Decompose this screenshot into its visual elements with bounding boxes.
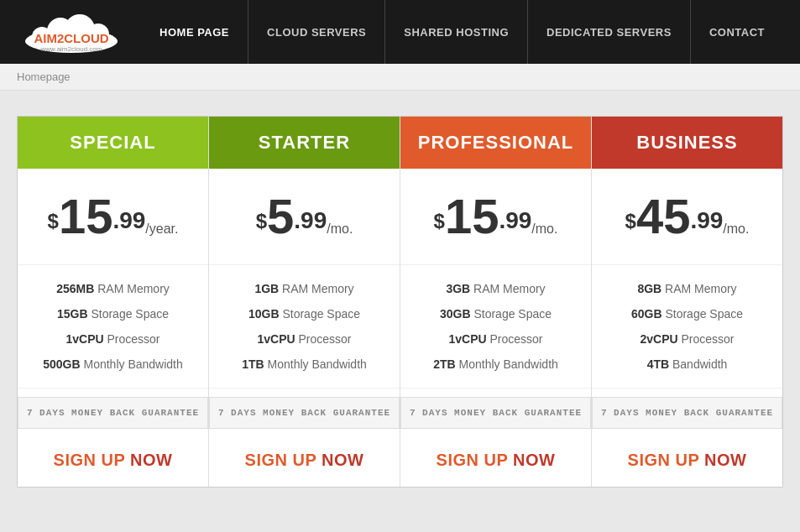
plan-business: BUSINESS$45.99/mo.8GB RAM Memory60GB Sto… (592, 117, 782, 487)
price-dollar-business: $ (625, 210, 636, 232)
plan-signup-professional: SIGN UP NOW (400, 437, 591, 487)
feature-item: 1vCPU Processor (30, 332, 196, 346)
signup-button-professional[interactable]: SIGN UP NOW (437, 451, 556, 470)
price-whole-business: 45 (636, 189, 691, 243)
feature-item: 1vCPU Processor (222, 332, 387, 346)
price-period-professional: /mo. (531, 222, 557, 236)
price-cents-starter: .99 (294, 207, 327, 233)
plan-features-starter: 1GB RAM Memory10GB Storage Space1vCPU Pr… (209, 265, 400, 389)
feature-item: 10GB Storage Space (222, 307, 387, 321)
plan-signup-starter: SIGN UP NOW (209, 437, 400, 487)
plan-features-professional: 3GB RAM Memory30GB Storage Space1vCPU Pr… (400, 265, 591, 389)
price-cents-professional: .99 (499, 207, 531, 233)
plan-starter: STARTER$5.99/mo.1GB RAM Memory10GB Stora… (209, 117, 400, 487)
plan-header-professional: PROFESSIONAL (400, 117, 591, 169)
plan-header-business: BUSINESS (592, 117, 782, 169)
price-whole-starter: 5 (267, 189, 294, 243)
main-content: SPECIAL$15.99/year.256MB RAM Memory15GB … (0, 91, 800, 513)
plan-price-starter: $5.99/mo. (209, 169, 400, 265)
price-period-starter: /mo. (327, 222, 353, 236)
plan-guarantee-professional: 7 DAYS MONEY BACK GUARANTEE (400, 397, 591, 429)
signup-button-starter[interactable]: SIGN UP NOW (245, 451, 364, 470)
price-dollar-special: $ (48, 210, 59, 232)
feature-item: 2TB Monthly Bandwidth (413, 357, 578, 371)
price-period-special: /year. (145, 222, 178, 236)
plan-price-professional: $15.99/mo. (400, 169, 591, 265)
feature-item: 60GB Storage Space (604, 307, 770, 321)
signup-button-special[interactable]: SIGN UP NOW (54, 451, 173, 470)
breadcrumb-text: Homepage (17, 70, 71, 83)
price-cents-special: .99 (112, 207, 145, 233)
signup-button-business[interactable]: SIGN UP NOW (628, 451, 747, 470)
feature-item: 1GB RAM Memory (222, 282, 387, 295)
plan-price-special: $15.99/year. (18, 169, 208, 265)
plan-signup-business: SIGN UP NOW (592, 437, 782, 487)
price-cents-business: .99 (690, 207, 723, 233)
price-period-business: /mo. (723, 222, 749, 236)
plan-price-business: $45.99/mo. (592, 169, 782, 265)
svg-text:www.aim2cloud.com: www.aim2cloud.com (40, 45, 102, 53)
plan-guarantee-business: 7 DAYS MONEY BACK GUARANTEE (592, 397, 782, 429)
feature-item: 500GB Monthly Bandwidth (30, 357, 196, 371)
plan-guarantee-special: 7 DAYS MONEY BACK GUARANTEE (18, 397, 208, 429)
nav-contact[interactable]: CONTACT (691, 0, 783, 64)
main-nav: HOME PAGE CLOUD SERVERS SHARED HOSTING D… (141, 0, 783, 64)
nav-dedicated-servers[interactable]: DEDICATED SERVERS (528, 0, 691, 64)
feature-item: 2vCPU Processor (604, 332, 770, 346)
price-whole-professional: 15 (445, 189, 499, 243)
plan-special: SPECIAL$15.99/year.256MB RAM Memory15GB … (18, 117, 209, 487)
logo[interactable]: AIM2CLOUD www.aim2cloud.com (17, 9, 126, 55)
plan-header-starter: STARTER (209, 117, 400, 169)
pricing-table: SPECIAL$15.99/year.256MB RAM Memory15GB … (17, 116, 783, 488)
nav-shared-hosting[interactable]: SHARED HOSTING (385, 0, 528, 64)
feature-item: 8GB RAM Memory (604, 282, 770, 295)
plan-signup-special: SIGN UP NOW (18, 437, 208, 487)
plan-features-business: 8GB RAM Memory60GB Storage Space2vCPU Pr… (592, 265, 782, 389)
logo-area: AIM2CLOUD www.aim2cloud.com (17, 9, 126, 55)
price-dollar-starter: $ (256, 210, 267, 232)
header: AIM2CLOUD www.aim2cloud.com HOME PAGE CL… (0, 0, 800, 64)
feature-item: 1vCPU Processor (413, 332, 578, 346)
price-dollar-professional: $ (434, 210, 445, 232)
feature-item: 30GB Storage Space (413, 307, 578, 321)
feature-item: 3GB RAM Memory (413, 282, 578, 295)
plan-header-special: SPECIAL (18, 117, 208, 169)
feature-item: 1TB Monthly Bandwidth (222, 357, 387, 371)
plan-guarantee-starter: 7 DAYS MONEY BACK GUARANTEE (209, 397, 400, 429)
breadcrumb: Homepage (0, 64, 800, 91)
svg-text:AIM2CLOUD: AIM2CLOUD (34, 31, 108, 45)
nav-cloud-servers[interactable]: CLOUD SERVERS (248, 0, 385, 64)
plan-professional: PROFESSIONAL$15.99/mo.3GB RAM Memory30GB… (400, 117, 592, 487)
nav-home[interactable]: HOME PAGE (141, 0, 248, 64)
plan-features-special: 256MB RAM Memory15GB Storage Space1vCPU … (18, 265, 208, 389)
feature-item: 256MB RAM Memory (30, 282, 196, 295)
price-whole-special: 15 (59, 189, 113, 243)
feature-item: 4TB Bandwidth (604, 357, 770, 371)
feature-item: 15GB Storage Space (30, 307, 196, 321)
